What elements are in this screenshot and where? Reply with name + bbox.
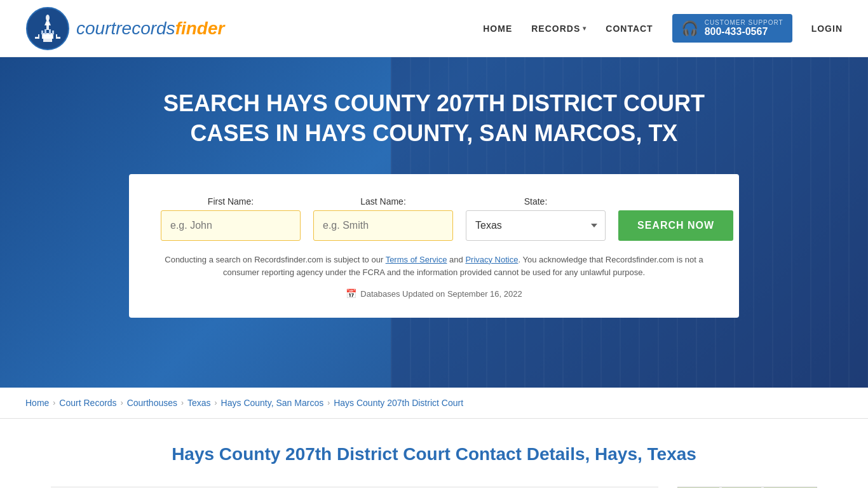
svg-rect-5 (46, 22, 49, 30)
first-name-input[interactable] (161, 210, 301, 241)
nav-login[interactable]: LOGIN (811, 24, 843, 34)
breadcrumb-courthouses[interactable]: Courthouses (127, 398, 177, 408)
breadcrumb-court-records[interactable]: Court Records (59, 398, 116, 408)
svg-rect-9 (44, 29, 46, 34)
logo-text: courtrecordsfinder (76, 18, 224, 39)
main-nav: HOME RECORDS ▾ CONTACT 🎧 CUSTOMER SUPPOR… (483, 14, 843, 43)
site-header: courtrecordsfinder HOME RECORDS ▾ CONTAC… (0, 0, 868, 57)
nav-home[interactable]: HOME (483, 24, 512, 34)
support-label: CUSTOMER SUPPORT (705, 19, 783, 26)
support-number: 800-433-0567 (705, 26, 783, 37)
logo-link[interactable]: courtrecordsfinder (25, 6, 483, 51)
hero-section: SEARCH HAYS COUNTY 207TH DISTRICT COURT … (0, 57, 868, 388)
svg-point-6 (46, 15, 50, 21)
privacy-link[interactable]: Privacy Notice (465, 255, 518, 264)
terms-link[interactable]: Terms of Service (386, 255, 447, 264)
breadcrumb-current: Hays County 207th District Court (334, 398, 463, 408)
nav-records[interactable]: RECORDS ▾ (531, 24, 587, 34)
breadcrumb-texas[interactable]: Texas (187, 398, 211, 408)
state-select[interactable]: Texas AlabamaAlaskaArizona ArkansasCalif… (466, 210, 606, 241)
last-name-label: Last Name: (313, 196, 453, 207)
search-disclaimer: Conducting a search on Recordsfinder.com… (161, 254, 707, 280)
breadcrumb-sep-4: › (215, 398, 217, 407)
nav-contact[interactable]: CONTACT (606, 24, 653, 34)
svg-rect-10 (49, 29, 51, 34)
headset-icon: 🎧 (681, 20, 698, 37)
breadcrumb: Home › Court Records › Courthouses › Tex… (0, 388, 868, 419)
breadcrumb-home[interactable]: Home (25, 398, 49, 408)
calendar-icon: 📅 (346, 288, 356, 299)
breadcrumb-sep-3: › (181, 398, 184, 407)
section-title: Hays County 207th District Court Contact… (51, 444, 817, 464)
first-name-label: First Name: (161, 196, 301, 207)
breadcrumb-sep-1: › (53, 398, 55, 407)
svg-rect-3 (35, 37, 60, 39)
last-name-input[interactable] (313, 210, 453, 241)
svg-rect-11 (41, 30, 43, 34)
first-name-group: First Name: (161, 196, 301, 241)
state-group: State: Texas AlabamaAlaskaArizona Arkans… (466, 196, 606, 241)
breadcrumb-sep-5: › (327, 398, 330, 407)
state-label: State: (466, 196, 606, 207)
last-name-group: Last Name: (313, 196, 453, 241)
hero-title: SEARCH HAYS COUNTY 207TH DISTRICT COURT … (148, 89, 720, 149)
support-box: 🎧 CUSTOMER SUPPORT 800-433-0567 (672, 14, 792, 43)
breadcrumb-hays-county[interactable]: Hays County, San Marcos (221, 398, 324, 408)
logo-icon (25, 6, 70, 51)
search-button[interactable]: SEARCH NOW (618, 210, 733, 241)
search-card: First Name: Last Name: State: Texas Alab… (129, 174, 739, 318)
chevron-down-icon: ▾ (583, 25, 587, 32)
svg-rect-12 (52, 30, 54, 34)
main-content: Hays County 207th District Court Contact… (0, 419, 868, 488)
breadcrumb-sep-2: › (121, 398, 123, 407)
search-fields: First Name: Last Name: State: Texas Alab… (161, 196, 707, 241)
db-updated: 📅 Databases Updated on September 16, 202… (161, 288, 707, 299)
